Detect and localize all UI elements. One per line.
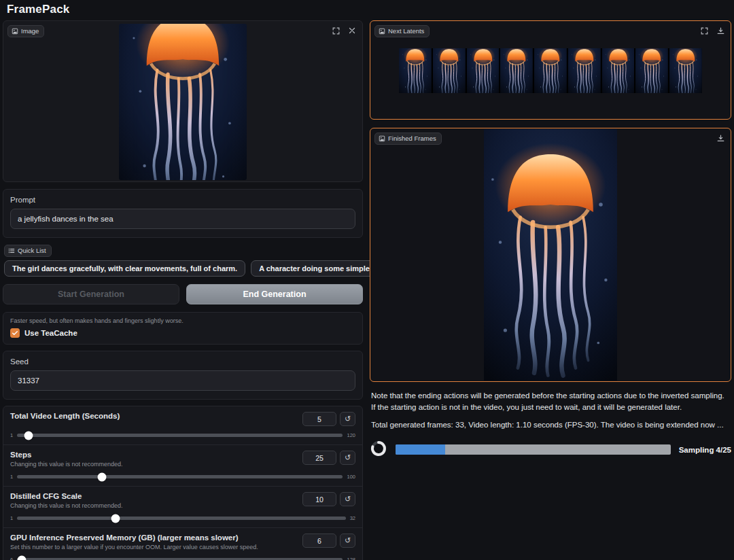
end-generation-button[interactable]: End Generation <box>186 284 363 304</box>
latent-frame <box>399 48 432 93</box>
quick-list-label: Quick List <box>18 247 46 255</box>
start-generation-button[interactable]: Start Generation <box>3 284 179 304</box>
list-icon <box>8 247 15 254</box>
slider-max-label: 120 <box>347 432 355 438</box>
slider-note: Changing this value is not recommended. <box>10 502 123 509</box>
finished-frames-panel: Finished Frames <box>370 128 731 382</box>
fullscreen-icon[interactable] <box>331 26 340 35</box>
seed-input[interactable] <box>10 370 355 391</box>
slider-note: Set this number to a larger value if you… <box>10 544 258 550</box>
slider-value-input[interactable] <box>302 492 336 506</box>
prompt-label: Prompt <box>10 196 355 204</box>
slider-value-input[interactable] <box>302 451 336 465</box>
slider-handle[interactable] <box>24 431 33 440</box>
latent-frame <box>500 48 533 93</box>
teacache-checkbox[interactable] <box>10 328 20 338</box>
latent-frame <box>467 48 500 93</box>
framepack-app: FramePack Image <box>0 3 734 560</box>
slider-handle[interactable] <box>97 472 106 481</box>
sampling-note: Note that the ending actions will be gen… <box>371 390 730 414</box>
latent-frame <box>602 48 635 93</box>
slider-max-label: 32 <box>350 515 355 521</box>
prompt-panel: Prompt <box>3 189 363 238</box>
slider-max-label: 128 <box>347 557 355 560</box>
slider-note: Changing this value is not recommended. <box>10 461 123 468</box>
right-column: Next Latents <box>370 20 731 560</box>
image-icon <box>12 28 18 35</box>
latent-frame <box>568 48 601 93</box>
image-panel-label: Image <box>21 27 39 35</box>
seed-panel: Seed <box>3 351 363 400</box>
progress-bar <box>396 444 671 455</box>
left-column: Image <box>3 20 363 560</box>
slider-gpu-preserved-memory: GPU Inference Preserved Memory (GB) (lar… <box>3 527 362 560</box>
image-icon <box>379 135 385 142</box>
slider-track[interactable] <box>17 475 343 478</box>
quick-prompt-button-1[interactable]: The girl dances gracefully, with clear m… <box>4 260 245 277</box>
slider-label: Total Video Length (Seconds) <box>10 412 120 420</box>
latent-frame <box>669 48 702 93</box>
uploaded-image[interactable] <box>119 24 247 180</box>
main-columns: Image <box>0 20 734 560</box>
teacache-label: Use TeaCache <box>24 329 77 337</box>
reset-icon[interactable]: ↺ <box>340 492 355 506</box>
slider-track[interactable] <box>17 517 345 520</box>
slider-track[interactable] <box>17 434 343 437</box>
latent-frame <box>635 48 668 93</box>
finished-frames-label: Finished Frames <box>388 135 436 143</box>
progress-row: Sampling 4/25 <box>370 440 731 460</box>
spinner-icon <box>370 440 387 460</box>
latent-frame <box>433 48 466 93</box>
quick-list-section: Quick List The girl dances gracefully, w… <box>3 245 363 277</box>
quick-list-badge: Quick List <box>4 245 52 257</box>
prompt-input[interactable] <box>10 209 355 229</box>
download-icon[interactable] <box>716 26 725 35</box>
progress-fill <box>396 444 445 455</box>
finished-frame-image[interactable] <box>484 129 617 381</box>
fullscreen-icon[interactable] <box>699 26 709 35</box>
generation-summary: Total generated frames: 33, Video length… <box>371 421 730 429</box>
download-icon[interactable] <box>716 133 725 143</box>
latent-strip[interactable] <box>399 48 702 93</box>
slider-steps: Steps Changing this value is not recomme… <box>3 444 362 486</box>
app-title: FramePack <box>7 3 734 16</box>
seed-label: Seed <box>10 357 355 366</box>
reset-icon[interactable]: ↺ <box>340 451 355 465</box>
slider-min-label: 1 <box>10 474 13 480</box>
finished-frames-badge: Finished Frames <box>374 133 442 145</box>
image-upload-panel[interactable]: Image <box>3 20 363 182</box>
image-icon <box>379 28 385 35</box>
slider-label: Steps <box>10 451 123 459</box>
quick-buttons-row: The girl dances gracefully, with clear m… <box>4 260 362 277</box>
next-latents-label: Next Latents <box>388 27 424 35</box>
slider-min-label: 1 <box>10 432 13 438</box>
teacache-panel: Faster speed, but often makes hands and … <box>3 312 363 345</box>
teacache-note: Faster speed, but often makes hands and … <box>10 317 355 324</box>
slider-value-input[interactable] <box>302 533 336 548</box>
reset-icon[interactable]: ↺ <box>340 533 355 548</box>
slider-distilled-cfg-scale: Distilled CFG Scale Changing this value … <box>3 486 362 527</box>
slider-label: GPU Inference Preserved Memory (GB) (lar… <box>10 533 258 542</box>
slider-min-label: 6 <box>10 557 13 560</box>
latent-frame <box>534 48 567 93</box>
action-buttons-row: Start Generation End Generation <box>3 284 363 304</box>
progress-label: Sampling 4/25 <box>679 446 731 454</box>
next-latents-badge: Next Latents <box>374 25 430 37</box>
slider-handle[interactable] <box>18 555 27 560</box>
image-panel-badge: Image <box>7 25 44 37</box>
slider-min-label: 1 <box>10 515 13 521</box>
use-teacache-row[interactable]: Use TeaCache <box>10 328 355 338</box>
slider-label: Distilled CFG Scale <box>10 492 123 500</box>
slider-total-video-length: Total Video Length (Seconds) ↺ 1 <box>3 406 362 444</box>
next-latents-panel: Next Latents <box>370 20 731 120</box>
sliders-panel: Total Video Length (Seconds) ↺ 1 <box>3 406 363 560</box>
slider-max-label: 100 <box>347 474 355 480</box>
slider-value-input[interactable] <box>302 412 336 426</box>
reset-icon[interactable]: ↺ <box>340 412 355 426</box>
slider-handle[interactable] <box>111 514 120 523</box>
close-icon[interactable] <box>347 26 357 35</box>
